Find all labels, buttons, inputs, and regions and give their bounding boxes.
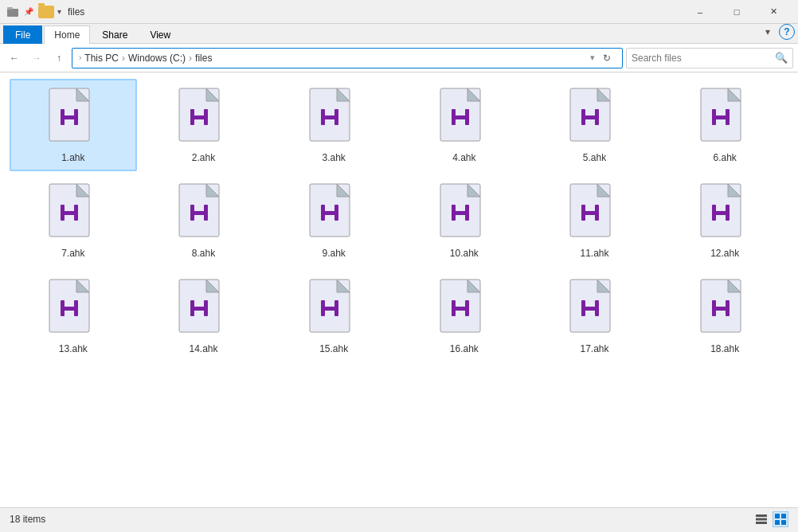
ahk-icon <box>45 278 102 342</box>
file-item[interactable]: 1.ahk <box>10 79 137 171</box>
ahk-icon <box>305 87 362 151</box>
address-chevron: › <box>79 53 81 62</box>
title-bar-icons: 📌 ▾ <box>6 6 61 18</box>
ahk-icon <box>565 87 623 151</box>
file-item[interactable]: 6.ahk <box>661 79 788 171</box>
file-label: 5.ahk <box>583 152 606 163</box>
svg-rect-110 <box>756 514 767 517</box>
address-bar[interactable]: › This PC › Windows (C:) › files ▾ ↻ <box>72 48 623 68</box>
quick-access-icon <box>6 6 19 18</box>
ribbon-tabs: File Home Share View ▾ ? <box>0 24 798 43</box>
svg-rect-37 <box>712 115 730 119</box>
file-label: 15.ahk <box>319 343 348 354</box>
svg-rect-91 <box>321 307 338 311</box>
file-item[interactable]: 3.ahk <box>270 79 397 171</box>
file-item[interactable]: 9.ahk <box>270 174 397 267</box>
file-label: 2.ahk <box>192 152 215 163</box>
forward-button[interactable]: → <box>27 49 46 68</box>
file-item[interactable]: 13.ahk <box>10 270 137 362</box>
svg-rect-43 <box>61 211 78 215</box>
help-button[interactable]: ? <box>779 24 795 40</box>
file-label: 10.ahk <box>450 248 479 259</box>
ahk-icon <box>305 278 362 342</box>
list-view-button[interactable] <box>753 511 769 527</box>
tab-home[interactable]: Home <box>44 25 90 44</box>
ahk-icon <box>174 182 232 246</box>
nav-bar: ← → ↑ › This PC › Windows (C:) › files ▾… <box>0 44 798 72</box>
minimize-button[interactable]: – <box>682 0 718 24</box>
ahk-icon <box>45 182 102 246</box>
file-item[interactable]: 14.ahk <box>140 270 268 362</box>
file-item[interactable]: 12.ahk <box>661 174 788 267</box>
ahk-icon <box>174 87 232 151</box>
file-label: 7.ahk <box>61 248 84 259</box>
file-label: 12.ahk <box>710 248 739 259</box>
svg-rect-113 <box>775 514 780 518</box>
maximize-button[interactable]: □ <box>718 0 755 24</box>
item-count: 18 items <box>10 514 45 525</box>
title-bar: 📌 ▾ files – □ ✕ <box>0 0 798 24</box>
search-bar[interactable]: 🔍 <box>626 48 793 68</box>
file-item[interactable]: 17.ahk <box>531 270 659 362</box>
back-button[interactable]: ← <box>5 49 24 68</box>
svg-rect-79 <box>61 307 78 311</box>
address-windows-c[interactable]: Windows (C:) <box>128 53 186 64</box>
file-label: 8.ahk <box>192 248 215 259</box>
ahk-icon <box>696 87 753 151</box>
svg-rect-25 <box>452 115 469 119</box>
svg-rect-112 <box>756 522 767 524</box>
tab-share[interactable]: Share <box>92 25 138 44</box>
file-item[interactable]: 11.ahk <box>531 174 659 267</box>
svg-rect-85 <box>190 307 208 311</box>
status-bar: 18 items <box>0 507 798 530</box>
file-label: 18.ahk <box>710 343 739 354</box>
ahk-icon <box>436 182 493 246</box>
refresh-button[interactable]: ↻ <box>598 49 616 67</box>
file-label: 11.ahk <box>580 248 608 259</box>
file-item[interactable]: 5.ahk <box>531 79 659 171</box>
ahk-icon <box>696 278 753 342</box>
file-item[interactable]: 7.ahk <box>10 174 137 267</box>
svg-rect-116 <box>781 520 786 525</box>
folder-icon <box>38 6 54 18</box>
svg-rect-61 <box>452 211 469 215</box>
ahk-icon <box>45 87 102 151</box>
file-item[interactable]: 16.ahk <box>401 270 528 362</box>
svg-rect-49 <box>190 211 208 215</box>
file-item[interactable]: 15.ahk <box>270 270 397 362</box>
file-item[interactable]: 8.ahk <box>140 174 268 267</box>
window-controls: – □ ✕ <box>682 0 792 24</box>
address-files[interactable]: files <box>195 53 212 64</box>
tab-view[interactable]: View <box>139 25 181 44</box>
ahk-icon <box>696 182 753 246</box>
tab-file[interactable]: File <box>3 25 42 44</box>
ahk-icon <box>436 278 493 342</box>
ahk-icon <box>174 278 232 342</box>
ahk-icon <box>436 87 493 151</box>
close-button[interactable]: ✕ <box>755 0 792 24</box>
file-item[interactable]: 2.ahk <box>140 79 268 171</box>
search-input[interactable] <box>632 53 772 64</box>
file-label: 6.ahk <box>713 152 736 163</box>
address-end: ▾ ↻ <box>590 49 616 67</box>
sep2: › <box>189 53 192 64</box>
svg-rect-109 <box>712 307 730 311</box>
svg-rect-114 <box>781 514 786 518</box>
search-icon: 🔍 <box>775 52 788 64</box>
svg-rect-19 <box>321 115 338 119</box>
svg-rect-111 <box>756 518 767 520</box>
file-item[interactable]: 4.ahk <box>401 79 528 171</box>
ribbon: File Home Share View ▾ ? <box>0 24 798 44</box>
file-item[interactable]: 18.ahk <box>661 270 788 362</box>
file-item[interactable]: 10.ahk <box>401 174 528 267</box>
file-label: 3.ahk <box>322 152 345 163</box>
svg-rect-0 <box>7 9 18 17</box>
svg-rect-1 <box>7 7 13 10</box>
up-button[interactable]: ↑ <box>49 49 68 68</box>
ahk-icon <box>565 182 623 246</box>
grid-view-button[interactable] <box>773 511 788 527</box>
view-toggle <box>753 511 788 527</box>
address-this-pc[interactable]: This PC <box>84 53 119 64</box>
ribbon-expand-button[interactable]: ▾ <box>760 24 776 40</box>
main-content: 1.ahk 2.ahk 3.ahk 4. <box>0 72 798 507</box>
